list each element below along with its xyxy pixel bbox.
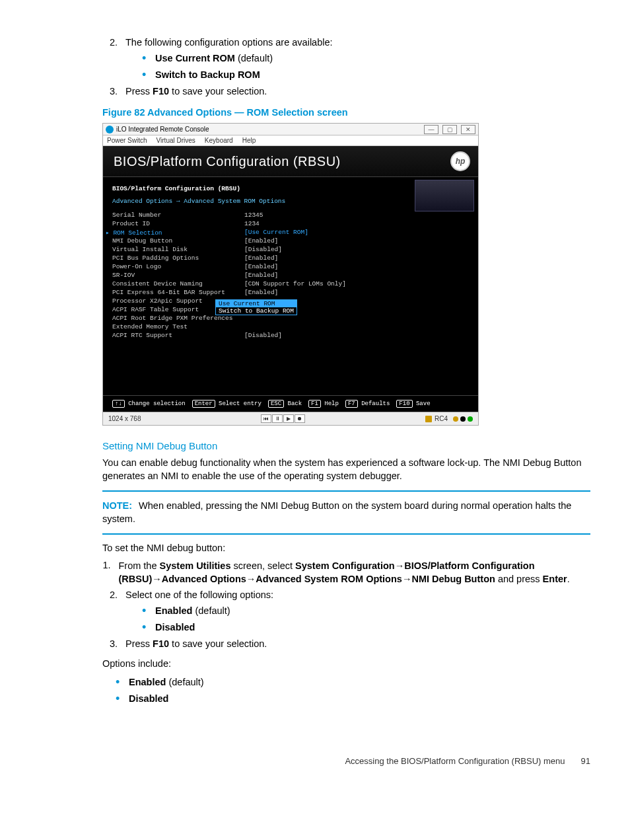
bios-option-value: [CDN Support for LOMs Only]: [244, 280, 346, 289]
options-table: Serial NumberProduct IDROM SelectionNMI …: [112, 211, 469, 340]
bios-option-label[interactable]: Extended Memory Test: [112, 323, 244, 332]
hp-circle-logo: hp: [450, 151, 470, 171]
bios-option-value: [Disabled]: [244, 246, 346, 254]
step-3: 3. Press F10 to save your selection.: [102, 86, 590, 96]
popup-option-selected[interactable]: Use Current ROM: [216, 300, 297, 307]
maximize-button[interactable]: ▢: [442, 125, 457, 134]
bios-option-value: [Enabled]: [244, 254, 346, 263]
playback-button[interactable]: ⏮: [261, 414, 271, 423]
bullet-enabled-2: Enabled (default): [129, 675, 590, 689]
bios-option-label[interactable]: SR-IOV: [112, 272, 244, 280]
bios-option-label[interactable]: Product ID: [112, 220, 244, 229]
bios-option-label[interactable]: ROM Selection: [112, 229, 244, 237]
bios-option-label[interactable]: PCI Bus Padding Options: [112, 254, 244, 263]
bios-option-value: [244, 315, 346, 323]
bios-option-value: [244, 323, 346, 332]
menubar: Power Switch Virtual Drives Keyboard Hel…: [103, 135, 478, 146]
bios-option-value: [Use Current ROM]: [244, 229, 346, 237]
bios-option-label[interactable]: ACPI Root Bridge PXM Preferences: [112, 315, 244, 323]
menu-power-switch[interactable]: Power Switch: [107, 137, 147, 144]
screenshot-window: iLO Integrated Remote Console — ▢ ✕ Powe…: [102, 123, 479, 426]
bios-option-value: [Enabled]: [244, 272, 346, 280]
playback-button[interactable]: ⏸: [272, 414, 283, 423]
bios-option-value: [Disabled]: [244, 332, 346, 340]
bios-title: BIOS/Platform Configuration (RBSU): [114, 154, 341, 169]
bios-option-label[interactable]: PCI Express 64-Bit BAR Support: [112, 289, 244, 297]
bios-option-value: 1234: [244, 220, 346, 229]
keyhint: F7 Defaults: [345, 400, 390, 408]
bullet-disabled: Disabled: [155, 621, 590, 634]
status-dot: [468, 416, 473, 422]
bios-option-value: [Enabled]: [244, 289, 346, 297]
bios-option-value: 12345: [244, 211, 346, 220]
keyhint: ↑↓ Change selection: [112, 400, 186, 408]
bios-option-label[interactable]: Consistent Device Naming: [112, 280, 244, 289]
server-image: [415, 180, 474, 211]
close-button[interactable]: ✕: [461, 125, 475, 134]
titlebar: iLO Integrated Remote Console — ▢ ✕: [103, 124, 478, 135]
keyhint: F10 Save: [396, 400, 430, 408]
bios-option-label[interactable]: NMI Debug Button: [112, 237, 244, 246]
keyhint: F1 Help: [308, 400, 339, 408]
step-3b: 3. Press F10 to save your selection.: [102, 638, 590, 649]
playback-button[interactable]: ▶: [283, 414, 294, 423]
note: NOTE:When enabled, pressing the NMI Debu…: [102, 500, 590, 525]
divider: [102, 533, 590, 535]
bullet-use-current-rom: Use Current ROM (default): [155, 52, 590, 65]
bios-option-label[interactable]: ACPI RTC Support: [112, 332, 244, 340]
figure-caption: Figure 82 Advanced Options — ROM Selecti…: [102, 107, 590, 118]
paragraph: Options include:: [102, 658, 590, 669]
step-2: 2. The following configuration options a…: [102, 37, 590, 48]
window-title: iLO Integrated Remote Console: [116, 126, 209, 133]
page-footer: Accessing the BIOS/Platform Configuratio…: [0, 736, 630, 766]
step-2b: 2. Select one of the following options:: [102, 590, 590, 600]
statusbar: 1024 x 768 ⏮⏸▶⏺ RC4: [103, 412, 478, 425]
paragraph: You can enable debug functionality when …: [102, 457, 590, 482]
minimize-button[interactable]: —: [424, 125, 438, 134]
step-1: 1. From the System Utilities screen, sel…: [102, 560, 590, 586]
encryption-label: RC4: [435, 415, 448, 422]
menu-virtual-drives[interactable]: Virtual Drives: [157, 137, 195, 144]
bios-option-label[interactable]: Power-On Logo: [112, 263, 244, 272]
section-heading: Setting NMI Debug Button: [102, 440, 590, 451]
keyhint: ESC Back: [268, 400, 302, 408]
status-dot: [453, 416, 458, 422]
bios-option-value: [Enabled]: [244, 237, 346, 246]
bios-option-label[interactable]: Virtual Install Disk: [112, 246, 244, 254]
menu-keyboard[interactable]: Keyboard: [205, 137, 233, 144]
bullet-enabled: Enabled (default): [155, 604, 590, 618]
bios-option-value: [Enabled]: [244, 263, 346, 272]
bullet-disabled-2: Disabled: [129, 692, 590, 706]
bullet-switch-backup-rom: Switch to Backup ROM: [155, 68, 590, 82]
resolution-label: 1024 x 768: [108, 415, 141, 422]
divider: [102, 490, 590, 492]
popup-option[interactable]: Switch to Backup ROM: [216, 307, 297, 315]
paragraph: To set the NMI debug button:: [102, 543, 590, 553]
keybar: ↑↓ Change selectionEnter Select entryESC…: [103, 395, 478, 412]
status-dot: [460, 416, 466, 422]
bios-option-label[interactable]: Serial Number: [112, 211, 244, 220]
lock-icon: [425, 416, 432, 422]
keyhint: Enter Select entry: [192, 400, 262, 408]
menu-help[interactable]: Help: [242, 137, 256, 144]
rom-selection-popup: Use Current ROM Switch to Backup ROM: [215, 299, 297, 315]
hp-logo-icon: [106, 126, 114, 134]
playback-button[interactable]: ⏺: [295, 414, 305, 423]
